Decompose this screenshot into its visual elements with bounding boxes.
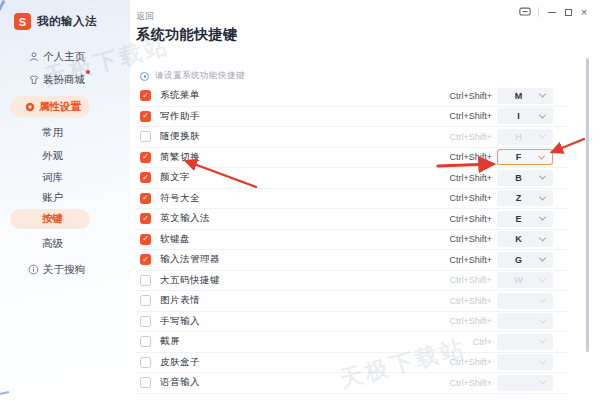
key-value: G [497,255,540,265]
shortcut-row: ✓ 软键盘 Ctrl+Shift+ K [135,230,568,251]
key-value: I [497,111,540,121]
key-dropdown[interactable] [497,354,553,370]
minimize-button[interactable] [544,5,560,19]
controls-divider [538,7,539,17]
shortcut-checkbox[interactable]: ✓ [140,193,151,204]
modifier-label: Ctrl+Shift+ [449,214,492,224]
shortcut-label: 随便换肤 [160,130,200,143]
check-icon: ✓ [142,92,149,100]
shortcut-checkbox[interactable] [140,131,151,142]
shortcut-label: 软键盘 [160,233,190,246]
shortcut-checkbox[interactable] [140,377,151,388]
key-dropdown[interactable] [497,293,553,309]
hint-row: 请设置系统功能快捷键 [140,70,245,82]
modifier-label: Ctrl+Shift+ [449,275,492,285]
key-dropdown[interactable]: W [497,272,553,288]
chevron-down-icon [539,91,546,98]
sidebar-subitem-keys[interactable]: 按键 [10,209,90,229]
modifier-label: Ctrl+Shift+ [449,91,492,101]
window-controls: × [517,5,592,19]
shortcut-label: 截屏 [160,335,180,348]
shortcut-checkbox[interactable] [140,357,151,368]
back-button[interactable]: 返回 [136,10,154,23]
shortcut-checkbox[interactable]: ✓ [140,152,151,163]
shortcut-checkbox[interactable]: ✓ [140,254,151,265]
key-dropdown[interactable] [497,313,553,329]
shortcut-row: 大五码快捷键 Ctrl+Shift+ W [135,271,568,292]
key-value: Z [497,193,540,203]
shortcut-row: ✓ 输入法管理器 Ctrl+Shift+ G [135,250,568,271]
shortcut-row: 图片表情 Ctrl+Shift+ [135,291,568,312]
check-icon: ✓ [142,194,149,202]
shortcut-label: 颜文字 [160,171,190,184]
shortcut-checkbox[interactable]: ✓ [140,213,151,224]
sidebar-subitem-common[interactable]: 常用 [42,126,63,140]
shortcut-checkbox[interactable] [140,275,151,286]
shortcut-row: ✓ 写作助手 Ctrl+Shift+ I [135,107,568,128]
shortcut-checkbox[interactable]: ✓ [140,172,151,183]
sidebar-item-about[interactable]: 关于搜狗 [0,260,130,280]
check-icon: ✓ [142,256,149,264]
shortcut-checkbox[interactable] [140,336,151,347]
chevron-down-icon [539,173,546,180]
shortcut-label: 系统菜单 [160,89,200,102]
scrollbar-thumb[interactable] [586,58,589,352]
key-value: W [497,275,540,285]
shortcut-checkbox[interactable] [140,295,151,306]
shortcut-checkbox[interactable]: ✓ [140,111,151,122]
chevron-down-icon [539,357,546,364]
chevron-down-icon [539,275,546,282]
shortcut-checkbox[interactable]: ✓ [140,234,151,245]
check-icon: ✓ [142,174,149,182]
sidebar-item-settings[interactable]: 属性设置 [10,96,90,117]
sidebar-subitem-lexicon[interactable]: 词库 [42,171,63,185]
feedback-icon[interactable] [517,5,533,19]
sidebar-item-label: 属性设置 [39,100,81,114]
key-dropdown[interactable]: G [497,252,553,268]
shortcut-row: ✓ 英文输入法 Ctrl+Shift+ E [135,209,568,230]
settings-dot-icon [25,102,35,112]
hint-text: 请设置系统功能快捷键 [155,70,245,82]
app-logo: S 我的输入法 [14,13,97,30]
person-icon [28,51,40,63]
key-dropdown[interactable]: Z [497,190,553,206]
app-title: 我的输入法 [37,14,97,29]
key-value: H [497,132,540,142]
shortcut-label: 英文输入法 [160,212,210,225]
sidebar-item-label: 关于搜狗 [43,263,85,277]
chevron-down-icon [539,378,546,385]
shortcut-checkbox[interactable]: ✓ [140,90,151,101]
key-dropdown[interactable]: F [497,149,553,165]
key-value: F [498,152,539,162]
key-dropdown[interactable]: E [497,211,553,227]
sogou-logo-icon: S [14,13,31,30]
sidebar-subitem-advanced[interactable]: 高级 [42,237,63,251]
sidebar-subitem-account[interactable]: 账户 [42,191,63,205]
chevron-down-icon [539,214,546,221]
key-value: K [497,234,540,244]
chevron-down-icon [539,296,546,303]
shortcut-label: 图片表情 [160,294,200,307]
key-dropdown[interactable]: I [497,108,553,124]
key-dropdown[interactable]: M [497,88,553,104]
key-dropdown[interactable]: B [497,170,553,186]
key-value: B [497,173,540,183]
shortcut-label: 符号大全 [160,192,200,205]
shortcut-label: 语音输入 [160,376,200,389]
key-dropdown[interactable]: H [497,129,553,145]
maximize-button[interactable] [560,5,576,19]
check-icon: ✓ [142,235,149,243]
key-dropdown[interactable] [497,375,553,391]
shortcut-checkbox[interactable] [140,316,151,327]
key-dropdown[interactable]: K [497,231,553,247]
shortcut-label: 输入法管理器 [160,253,220,266]
info-icon [28,264,40,276]
modifier-label: Ctrl+Shift+ [449,173,492,183]
shortcut-row: 手写输入 Ctrl+Shift+ [135,312,568,333]
close-button[interactable]: × [576,5,592,19]
key-dropdown[interactable] [497,334,553,350]
shortcut-list: ✓ 系统菜单 Ctrl+Shift+ M ✓ 写作助手 Ctrl+Shift+ … [135,86,568,394]
chevron-down-icon [538,152,545,159]
shortcut-row: ✓ 颜文字 Ctrl+Shift+ B [135,168,568,189]
sidebar-subitem-appearance[interactable]: 外观 [42,149,63,163]
